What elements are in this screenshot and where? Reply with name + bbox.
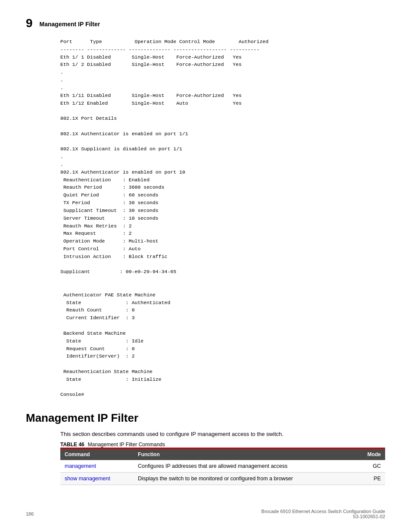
section-heading: Management IP Filter <box>26 411 385 425</box>
page-container: 9 Management IP Filter Port Type Operati… <box>0 0 411 532</box>
page-footer: 186 Brocade 6910 Ethernet Access Switch … <box>26 509 385 519</box>
footer-title: Brocade 6910 Ethernet Access Switch Conf… <box>262 509 385 514</box>
cell-mode: PE <box>355 473 385 485</box>
table-row: managementConfigures IP addresses that a… <box>60 460 385 473</box>
table-header: Command Function Mode <box>60 448 385 460</box>
footer-page-number: 186 <box>26 511 34 516</box>
col-command: Command <box>60 448 134 460</box>
table-label-bold: TABLE 46 <box>60 442 84 448</box>
cell-function: Displays the switch to be monitored or c… <box>134 473 355 485</box>
table-row: show managementDisplays the switch to be… <box>60 473 385 485</box>
table-body: managementConfigures IP addresses that a… <box>60 460 385 485</box>
cell-mode: GC <box>355 460 385 473</box>
table-header-row: Command Function Mode <box>60 448 385 460</box>
col-function: Function <box>134 448 355 460</box>
management-ip-filter-table: Command Function Mode managementConfigur… <box>60 448 385 485</box>
command-link[interactable]: show management <box>65 476 110 482</box>
col-mode: Mode <box>355 448 385 460</box>
cell-function: Configures IP addresses that are allowed… <box>134 460 355 473</box>
command-link[interactable]: management <box>65 463 96 469</box>
code-block: Port Type Operation Mode Control Mode Au… <box>60 38 385 398</box>
chapter-number: 9 <box>26 17 33 29</box>
cell-command[interactable]: management <box>60 460 134 473</box>
cell-command[interactable]: show management <box>60 473 134 485</box>
table-caption: Management IP Filter Commands <box>88 442 165 448</box>
chapter-header: 9 Management IP Filter <box>26 17 385 29</box>
footer-right: Brocade 6910 Ethernet Access Switch Conf… <box>262 509 385 519</box>
chapter-title-top: Management IP Filter <box>40 17 100 28</box>
section-description: This section describes commands used to … <box>60 431 385 437</box>
table-label-row: TABLE 46 Management IP Filter Commands <box>60 442 385 448</box>
footer-doc: 53-1002651-02 <box>262 514 385 519</box>
